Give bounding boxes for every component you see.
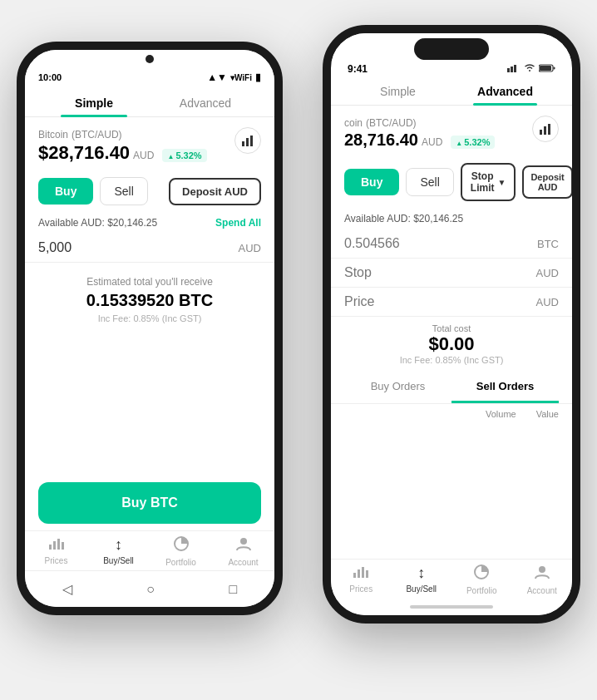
- buy-button-iphone[interactable]: Buy: [344, 169, 399, 195]
- status-bar-android: 10:00 ▲▼ ▾WiFi ▮: [25, 65, 274, 86]
- coin-pair: (BTC/AUD): [72, 129, 122, 140]
- svg-rect-11: [514, 65, 516, 72]
- stop-limit-button[interactable]: Stop Limit ▼: [461, 163, 516, 201]
- coin-header-android: Bitcoin (BTC/AUD) $28,716.40 AUD 5.32%: [25, 117, 274, 170]
- nav-portfolio-android[interactable]: Portfolio: [150, 536, 212, 567]
- time: 10:00: [38, 72, 62, 82]
- svg-rect-16: [544, 126, 546, 135]
- coin-name: Bitcoin: [38, 129, 68, 140]
- bottom-nav-iphone: Prices ↕ Buy/Sell Portfolio Account: [331, 559, 572, 599]
- android-back[interactable]: ◁: [49, 578, 86, 600]
- nav-prices-label-iphone: Prices: [349, 584, 373, 594]
- available-label-android: Available AUD: $20,146.25: [38, 217, 157, 229]
- tab-bar-iphone: Simple Advanced: [331, 75, 572, 106]
- spend-all-android[interactable]: Spend All: [215, 217, 261, 229]
- nav-buysell-android[interactable]: ↕ Buy/Sell: [87, 536, 150, 567]
- wifi-icon: ▾WiFi: [230, 73, 252, 82]
- nav-account-android[interactable]: Account: [212, 536, 274, 567]
- android-home[interactable]: ○: [133, 579, 168, 600]
- orders-val-header: Value: [536, 409, 559, 419]
- svg-rect-0: [242, 141, 244, 146]
- svg-rect-3: [49, 545, 52, 550]
- tab-bar-android: Simple Advanced: [25, 86, 274, 117]
- svg-rect-20: [362, 567, 364, 578]
- input-row-stop-iphone: AUD: [331, 259, 572, 288]
- available-row-android: Available AUD: $20,146.25 Spend All: [25, 212, 274, 234]
- buysell-icon-iphone: ↕: [417, 564, 425, 582]
- svg-rect-21: [366, 570, 368, 578]
- input-row-amount-iphone: BTC: [331, 229, 572, 259]
- prices-icon: [49, 536, 64, 554]
- deposit-button-iphone[interactable]: Deposit AUD: [522, 165, 572, 199]
- coin-pair-iphone: (BTC/AUD): [366, 117, 417, 129]
- nav-portfolio-iphone[interactable]: Portfolio: [451, 564, 512, 595]
- nav-prices-android[interactable]: Prices: [25, 536, 87, 567]
- stop-input-iphone[interactable]: [344, 265, 536, 280]
- total-box-iphone: Total cost $0.00 Inc Fee: 0.85% (Inc GST…: [331, 317, 572, 372]
- chart-icon-iphone[interactable]: [532, 116, 559, 142]
- buy-button-android[interactable]: Buy: [38, 178, 93, 205]
- buy-btc-button-android[interactable]: Buy BTC: [38, 482, 261, 524]
- buy-orders-tab[interactable]: Buy Orders: [344, 372, 451, 403]
- app-content-iphone: coin (BTC/AUD) 28,716.40 AUD 5.32%: [331, 106, 572, 559]
- tab-advanced-iphone[interactable]: Advanced: [451, 75, 559, 105]
- phone-android: 10:00 ▲▼ ▾WiFi ▮ Simple Advanced Bit: [17, 42, 283, 615]
- nav-prices-iphone[interactable]: Prices: [331, 564, 392, 595]
- price-change-badge: 5.32%: [162, 149, 206, 162]
- nav-buysell-label-android: Buy/Sell: [103, 556, 134, 565]
- tab-advanced-android[interactable]: Advanced: [150, 86, 261, 116]
- svg-rect-18: [353, 573, 356, 578]
- nav-prices-label-android: Prices: [45, 556, 68, 565]
- android-recents[interactable]: □: [216, 579, 251, 600]
- input-row-price-iphone: AUD: [331, 288, 572, 317]
- estimate-value-android: 0.15339520 BTC: [38, 291, 261, 310]
- deposit-button-android[interactable]: Deposit AUD: [169, 178, 261, 205]
- nav-buysell-label-iphone: Buy/Sell: [406, 584, 437, 594]
- coin-currency-iphone: AUD: [422, 136, 442, 148]
- amount-currency-iphone: BTC: [537, 238, 559, 250]
- chevron-down-icon: ▼: [497, 178, 506, 187]
- price-input-iphone[interactable]: [344, 294, 536, 309]
- app-content-android: Bitcoin (BTC/AUD) $28,716.40 AUD 5.32%: [25, 117, 274, 476]
- coin-price-iphone: 28,716.40: [344, 131, 418, 150]
- home-indicator: [410, 605, 493, 609]
- nav-account-iphone[interactable]: Account: [512, 564, 573, 595]
- svg-rect-19: [358, 569, 360, 578]
- tab-simple-iphone[interactable]: Simple: [344, 75, 451, 105]
- coin-header-iphone: coin (BTC/AUD) 28,716.40 AUD 5.32%: [331, 106, 572, 156]
- nav-account-label-android: Account: [228, 558, 258, 567]
- chart-icon[interactable]: [234, 127, 261, 154]
- time-iphone: 9:41: [348, 63, 368, 75]
- battery-icon-iphone: [539, 64, 555, 74]
- portfolio-icon-iphone: [474, 564, 489, 584]
- orders-header-iphone: Volume Value: [331, 404, 572, 424]
- svg-rect-15: [540, 130, 542, 135]
- sell-button-iphone[interactable]: Sell: [406, 168, 453, 196]
- total-label-iphone: Total cost: [344, 323, 559, 333]
- amount-input-android[interactable]: [38, 240, 239, 255]
- bottom-nav-android: Prices ↕ Buy/Sell Portfolio Account: [25, 530, 274, 570]
- battery-icon: ▮: [255, 71, 261, 83]
- coin-currency: AUD: [133, 150, 154, 161]
- svg-rect-14: [540, 66, 551, 71]
- nav-account-label-iphone: Account: [527, 586, 557, 595]
- signal-icon: ▲▼: [207, 71, 227, 83]
- phone-iphone: 9:41 Simple Advanced: [323, 25, 580, 624]
- sell-orders-tab[interactable]: Sell Orders: [451, 372, 559, 403]
- svg-rect-2: [250, 136, 253, 146]
- stop-currency-iphone: AUD: [536, 267, 559, 279]
- status-bar-iphone: 9:41: [331, 60, 572, 75]
- portfolio-icon: [174, 536, 189, 555]
- svg-rect-17: [548, 124, 550, 135]
- account-icon-iphone: [535, 564, 550, 584]
- sell-button-android[interactable]: Sell: [100, 177, 147, 205]
- available-label-iphone: Available AUD: $20,146.25: [344, 213, 463, 224]
- svg-rect-10: [511, 67, 513, 72]
- dynamic-island: [414, 38, 489, 60]
- nav-buysell-iphone[interactable]: ↕ Buy/Sell: [392, 564, 452, 595]
- tab-simple-android[interactable]: Simple: [38, 86, 150, 116]
- action-row-android: Buy Sell Deposit AUD: [25, 170, 274, 212]
- android-nav: ◁ ○ □: [25, 570, 274, 607]
- amount-input-iphone[interactable]: [344, 236, 537, 251]
- estimate-box-android: Estimated total you'll receive 0.1533952…: [25, 263, 274, 337]
